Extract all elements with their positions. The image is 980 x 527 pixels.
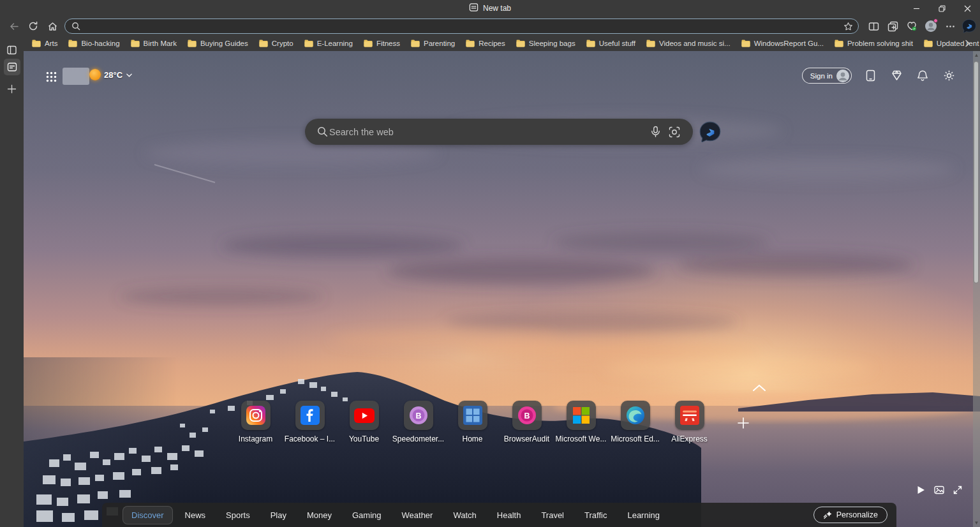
home-grid-icon — [463, 406, 482, 425]
bookmark-folder[interactable]: Buying Guides — [188, 40, 248, 47]
bookmark-label: Parenting — [424, 40, 455, 47]
feed-nav-item[interactable]: Learning — [619, 507, 668, 524]
quick-link[interactable]: AliExpress — [662, 401, 716, 443]
quick-link[interactable]: Facebook – I... — [283, 401, 337, 443]
collections-icon[interactable] — [883, 18, 902, 34]
page-scrollbar[interactable]: ▲ ▼ — [973, 51, 980, 527]
instagram-icon — [246, 406, 265, 425]
feed-nav-item[interactable]: Discover — [122, 506, 173, 524]
close-icon[interactable] — [954, 0, 980, 17]
bing-logo-icon[interactable] — [699, 121, 722, 144]
feed-nav-item[interactable]: Money — [299, 507, 340, 524]
restore-icon[interactable] — [929, 0, 954, 17]
split-screen-icon[interactable] — [864, 18, 883, 34]
folder-icon — [131, 40, 140, 47]
phone-link-icon[interactable] — [863, 68, 878, 84]
quick-link[interactable]: YouTube — [337, 401, 391, 443]
play-animation-icon[interactable] — [916, 485, 926, 495]
more-options-icon[interactable] — [940, 18, 960, 34]
notifications-bell-icon[interactable] — [915, 68, 930, 84]
background-image-info-icon[interactable] — [934, 485, 944, 495]
quick-link[interactable]: Instagram — [228, 401, 283, 443]
quick-link[interactable]: B BrowserAudit — [500, 401, 554, 443]
favorite-star-icon[interactable] — [843, 22, 853, 31]
bookmark-folder[interactable]: Sleeping bags — [516, 40, 575, 47]
home-icon[interactable] — [43, 18, 62, 34]
quick-link-label: YouTube — [349, 434, 379, 443]
new-tab-plus-icon[interactable] — [4, 80, 20, 97]
feed-nav-item[interactable]: Health — [489, 507, 530, 524]
address-bar[interactable] — [64, 19, 859, 34]
aliexpress-icon — [680, 406, 699, 425]
feed-nav-item[interactable]: Travel — [533, 507, 572, 524]
scroll-down-arrow-icon[interactable]: ▼ — [973, 520, 980, 526]
speedometer-icon: B — [409, 406, 428, 425]
bookmarks-overflow-chevron-icon[interactable] — [963, 36, 971, 51]
quick-link[interactable]: B Speedometer... — [391, 401, 445, 443]
feed-nav-item[interactable]: Play — [262, 507, 295, 524]
bing-sidebar-icon[interactable] — [960, 18, 979, 34]
bookmark-folder[interactable]: Problem solving shit — [835, 40, 913, 47]
feed-nav-item[interactable]: Sports — [218, 507, 258, 524]
apps-launcher-waffle-icon[interactable] — [41, 67, 61, 86]
bookmark-label: Recipes — [479, 40, 505, 47]
new-tab-page-icon — [469, 3, 479, 14]
quick-link-label: Facebook – I... — [285, 434, 335, 443]
folder-icon — [646, 40, 655, 47]
back-icon[interactable] — [4, 18, 24, 34]
feed-nav-item[interactable]: Traffic — [576, 507, 615, 524]
quick-link[interactable]: Microsoft We... — [554, 401, 608, 443]
folder-icon — [741, 40, 750, 47]
scroll-up-arrow-icon[interactable]: ▲ — [973, 52, 980, 58]
folder-icon — [364, 40, 373, 47]
quick-link[interactable]: Microsoft Ed... — [608, 401, 662, 443]
bookmark-folder[interactable]: Birth Mark — [131, 40, 177, 47]
web-search-bar[interactable] — [305, 119, 693, 145]
tab-actions-icon[interactable] — [4, 41, 20, 58]
minimize-icon[interactable] — [903, 0, 929, 17]
personalize-button[interactable]: Personalize — [813, 507, 887, 523]
feed-nav-item[interactable]: Watch — [445, 507, 484, 524]
bookmark-folder[interactable]: Videos and music si... — [646, 40, 731, 47]
active-tab-thumbnail[interactable] — [4, 59, 20, 75]
bookmark-label: Problem solving shit — [847, 40, 913, 47]
weather-widget[interactable]: 28°C — [89, 69, 133, 80]
bookmark-folder[interactable]: Useful stuff — [586, 40, 635, 47]
address-bar-input[interactable] — [85, 22, 843, 31]
bookmark-folder[interactable]: Arts — [32, 40, 57, 47]
folder-icon — [304, 40, 313, 47]
bookmark-folder[interactable]: Parenting — [411, 40, 455, 47]
quick-link[interactable]: Home — [445, 401, 500, 443]
folder-icon — [188, 40, 197, 47]
settings-gear-icon[interactable] — [941, 68, 956, 84]
feed-nav-item[interactable]: Weather — [394, 507, 442, 524]
folder-icon — [516, 40, 525, 47]
feed-nav-item[interactable]: Gaming — [344, 507, 390, 524]
rewards-icon[interactable] — [889, 68, 904, 84]
fullscreen-expand-icon[interactable] — [953, 485, 963, 495]
add-shortcut-plus-icon[interactable] — [734, 414, 752, 432]
tab-title: New tab — [483, 4, 511, 13]
chevron-down-icon — [126, 71, 133, 78]
bookmark-folder[interactable]: Bio-hacking — [68, 40, 119, 47]
sign-in-button[interactable]: Sign in — [802, 68, 852, 84]
bookmark-label: Sleeping bags — [529, 40, 575, 47]
browser-essentials-icon[interactable] — [902, 18, 921, 34]
bookmark-folder[interactable]: E-Learning — [304, 40, 353, 47]
bookmark-folder[interactable]: Fitness — [364, 40, 400, 47]
bookmark-folder[interactable]: Recipes — [466, 40, 505, 47]
visual-search-camera-icon[interactable] — [665, 122, 684, 142]
bookmark-label: Fitness — [376, 40, 400, 47]
quick-link-label: AliExpress — [671, 434, 708, 443]
feed-nav-item[interactable]: News — [177, 507, 214, 524]
refresh-icon[interactable] — [24, 18, 43, 34]
voice-search-mic-icon[interactable] — [646, 122, 665, 142]
scrollbar-thumb[interactable] — [974, 61, 979, 283]
profile-avatar[interactable] — [921, 18, 940, 34]
bookmark-folder[interactable]: Crypto — [259, 40, 293, 47]
active-tab[interactable]: New tab — [469, 0, 511, 17]
folder-icon — [68, 40, 77, 47]
bookmark-folder[interactable]: WindowsReport Gu... — [741, 40, 824, 47]
weather-temperature: 28°C — [104, 70, 122, 80]
web-search-input[interactable] — [329, 127, 646, 137]
